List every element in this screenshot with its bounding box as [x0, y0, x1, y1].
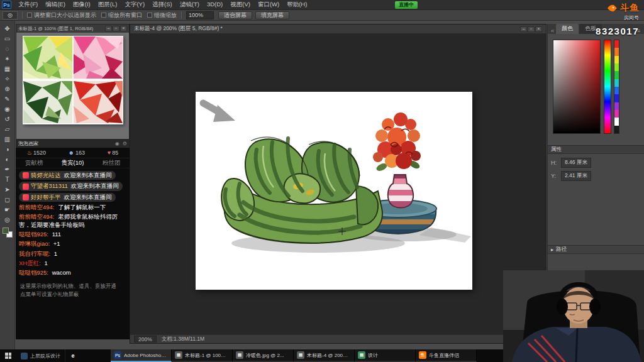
heat-stat: ♨ 1520	[27, 150, 46, 156]
paths-panel: ▸ 路径	[548, 246, 644, 254]
color-swatch[interactable]	[614, 79, 619, 87]
close-button[interactable]: ×	[120, 26, 127, 31]
checkbox-icon[interactable]	[27, 13, 32, 18]
hue-strip[interactable]	[604, 40, 611, 134]
taskbar-doc-jpg[interactable]: ▦ 冷暖色.jpg @ 2...	[233, 349, 294, 362]
edge-icon[interactable]: e	[65, 349, 80, 362]
eraser-tool[interactable]: ▱	[1, 124, 14, 134]
chat-text: 欢迎来到本直播间	[64, 172, 112, 179]
blur-tool[interactable]: ◑	[1, 145, 14, 154]
color-swatch[interactable]	[614, 71, 619, 79]
drawing-canvas[interactable]	[196, 92, 472, 290]
menu-item[interactable]: 图像(I)	[69, 1, 94, 9]
stat-value: 1520	[33, 150, 46, 156]
fill-screen-button[interactable]: 填充屏幕	[255, 11, 289, 19]
magic-wand-tool[interactable]: ✶	[1, 54, 14, 63]
color-swatch-widget[interactable]	[3, 228, 13, 238]
history-brush-tool[interactable]: ↺	[1, 114, 14, 124]
foreground-color-swatch[interactable]	[3, 228, 9, 234]
color-swatch[interactable]	[614, 110, 619, 118]
eye-icon[interactable]: ◉	[115, 141, 119, 146]
menu-item[interactable]: 文件(F)	[14, 1, 42, 9]
document-window-4: 未标题-4 @ 200% (图层 5, RGB/8#) * –▫×	[130, 24, 547, 344]
minimize-button[interactable]: –	[520, 26, 527, 32]
check-zoom-all[interactable]: 缩放所有窗口	[101, 11, 142, 19]
taskbar-douyu-companion[interactable]: 鱼 斗鱼直播伴侣	[416, 349, 477, 362]
folder-icon[interactable]	[96, 349, 111, 362]
type-tool[interactable]: T	[1, 175, 14, 184]
maximize-button[interactable]: ▫	[113, 26, 119, 31]
collapse-panels-icon[interactable]: «	[550, 28, 555, 34]
gradient-tool[interactable]: ▥	[1, 134, 14, 144]
menu-item[interactable]: 编辑(E)	[42, 1, 69, 9]
like-stat: ♥ 85	[108, 150, 118, 156]
crop-tool[interactable]: ▦	[1, 64, 14, 74]
taskbar-photoshop[interactable]: Ps Adobe Photoshop...	[111, 349, 172, 362]
healing-brush-tool[interactable]: ⊕	[1, 84, 14, 94]
paths-expand-icon[interactable]: ▸	[551, 246, 553, 253]
doc1-canvas[interactable]	[23, 36, 123, 124]
fit-screen-button[interactable]: 适合屏幕	[218, 11, 252, 19]
gear-icon[interactable]: ⚙	[123, 141, 127, 146]
close-button[interactable]: ×	[535, 26, 542, 32]
chat-message: 前前晴空494: 了解了解鼠标一下	[19, 204, 126, 211]
color-swatch[interactable]	[614, 40, 619, 48]
menu-item[interactable]: 帮助(H)	[283, 1, 311, 9]
taskbar-doc4[interactable]: ▦ 未标题-4 @ 200%...	[294, 349, 355, 362]
menu-item[interactable]: 视图(V)	[226, 1, 254, 9]
lasso-tool[interactable]: ◌	[1, 44, 14, 53]
color-swatch[interactable]	[614, 87, 619, 94]
dodge-tool[interactable]: ◐	[1, 155, 14, 164]
doc1-titlebar[interactable]: 未标题-1 @ 100% (图层 1, RGB/8#) –▫×	[16, 25, 129, 33]
check-resize-window[interactable]: 调整窗口大小以适屏显示	[27, 11, 96, 19]
menu-item[interactable]: 窗口(W)	[254, 1, 283, 9]
color-swatch[interactable]	[614, 48, 619, 55]
menu-item[interactable]: 文字(Y)	[121, 1, 148, 9]
tab-vip[interactable]: 贵宾(10)	[62, 159, 84, 167]
tab-fans[interactable]: 粉丝团	[103, 159, 121, 167]
tool-bar: ✥▭◌✶▦✧⊕✎◉↺▱▥◑◐✒T➤◻☛◎	[0, 21, 15, 349]
start-button[interactable]	[0, 349, 16, 362]
marquee-tool[interactable]: ▭	[1, 34, 14, 43]
path-select-tool[interactable]: ➤	[1, 185, 14, 194]
hand-tool[interactable]: ☛	[1, 205, 14, 214]
taskbar-left-shortcut[interactable]: 上层娱乐设计	[16, 349, 65, 362]
taskbar-doc1[interactable]: ▦ 未标题-1 @ 100%...	[172, 349, 233, 362]
color-swatch[interactable]	[614, 118, 619, 125]
tab-contribution[interactable]: 贡献榜	[25, 159, 43, 167]
tab-color[interactable]: 颜色	[556, 24, 579, 34]
minimize-button[interactable]: –	[105, 26, 112, 31]
maximize-button[interactable]: ▫	[528, 26, 535, 32]
color-swatch[interactable]	[614, 56, 619, 63]
checkbox-icon[interactable]	[101, 13, 106, 18]
clone-stamp-tool[interactable]: ◉	[1, 104, 14, 114]
taskbar-design[interactable]: ▦ 设计	[355, 349, 416, 362]
shape-tool[interactable]: ◻	[1, 195, 14, 204]
menu-item[interactable]: 选择(S)	[148, 1, 176, 9]
eyedropper-tool[interactable]: ✧	[1, 74, 14, 84]
zoom-input[interactable]	[186, 11, 214, 19]
saturation-square[interactable]	[553, 40, 601, 134]
color-swatch[interactable]	[614, 94, 619, 102]
brush-tool[interactable]: ✎	[1, 94, 14, 104]
menu-item[interactable]: 图层(L)	[94, 1, 121, 9]
pen-tool[interactable]: ✒	[1, 165, 14, 174]
chat-username: 守望者311311	[31, 182, 68, 190]
color-swatch[interactable]	[614, 102, 619, 110]
menu-item[interactable]: 3D(D)	[203, 1, 226, 9]
streamer-name: 泡泡画家	[18, 140, 38, 147]
doc4-titlebar[interactable]: 未标题-4 @ 200% (图层 5, RGB/8#) * –▫×	[130, 25, 546, 34]
menu-item[interactable]: 滤镜(T)	[176, 1, 203, 9]
chat-message: 前前晴空494: 老师我拿鼠标绘抖得厉害，近期要准备手绘板吗	[19, 213, 126, 229]
status-zoom[interactable]: 200%	[134, 336, 157, 343]
chrome-icon[interactable]	[80, 349, 96, 362]
zoom-tool-icon[interactable]: ◎	[3, 11, 18, 19]
stat-value: 85	[112, 150, 118, 156]
color-swatch[interactable]	[614, 126, 619, 133]
zoom-tool[interactable]: ◎	[1, 215, 14, 224]
move-tool[interactable]: ✥	[1, 24, 14, 33]
check-fine-zoom[interactable]: 细微缩放	[147, 11, 177, 19]
checkbox-icon[interactable]	[147, 13, 152, 18]
chat-username: 我自行车呢:	[19, 250, 50, 257]
color-swatch[interactable]	[614, 63, 619, 71]
